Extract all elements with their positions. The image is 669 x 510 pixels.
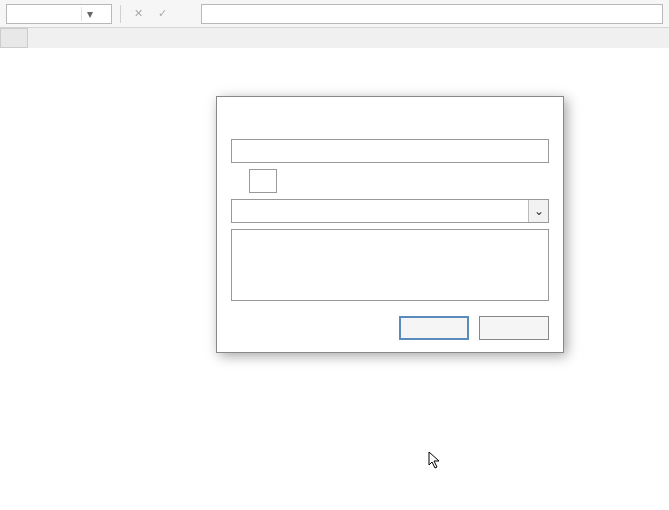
save-in-select[interactable]: ⌄ xyxy=(231,199,549,223)
name-box[interactable]: ▾ xyxy=(6,4,112,24)
formula-bar-row: ▾ ✕ ✓ xyxy=(0,0,669,28)
description-textarea[interactable] xyxy=(231,229,549,301)
separator xyxy=(120,5,121,23)
chevron-down-icon[interactable]: ⌄ xyxy=(528,200,548,222)
cancel-button[interactable] xyxy=(479,316,549,340)
fx-icon[interactable] xyxy=(177,5,195,23)
ok-button[interactable] xyxy=(399,316,469,340)
formula-input[interactable] xyxy=(201,4,663,24)
select-all-corner[interactable] xyxy=(0,28,28,48)
record-macro-dialog: ⌄ xyxy=(216,96,564,353)
dialog-body: ⌄ xyxy=(217,127,563,352)
shortcut-key-input[interactable] xyxy=(249,169,277,193)
confirm-icon[interactable]: ✓ xyxy=(153,5,171,23)
dialog-titlebar[interactable] xyxy=(217,97,563,127)
dialog-buttons xyxy=(231,316,549,340)
mouse-cursor-icon xyxy=(428,451,444,475)
spreadsheet-grid xyxy=(0,28,669,48)
cancel-icon[interactable]: ✕ xyxy=(129,5,147,23)
column-headers xyxy=(0,28,669,48)
chevron-down-icon[interactable]: ▾ xyxy=(81,7,97,21)
shortcut-row xyxy=(243,169,549,193)
formula-bar: ✕ ✓ xyxy=(129,4,663,24)
name-box-input[interactable] xyxy=(7,5,81,23)
macro-name-input[interactable] xyxy=(231,139,549,163)
